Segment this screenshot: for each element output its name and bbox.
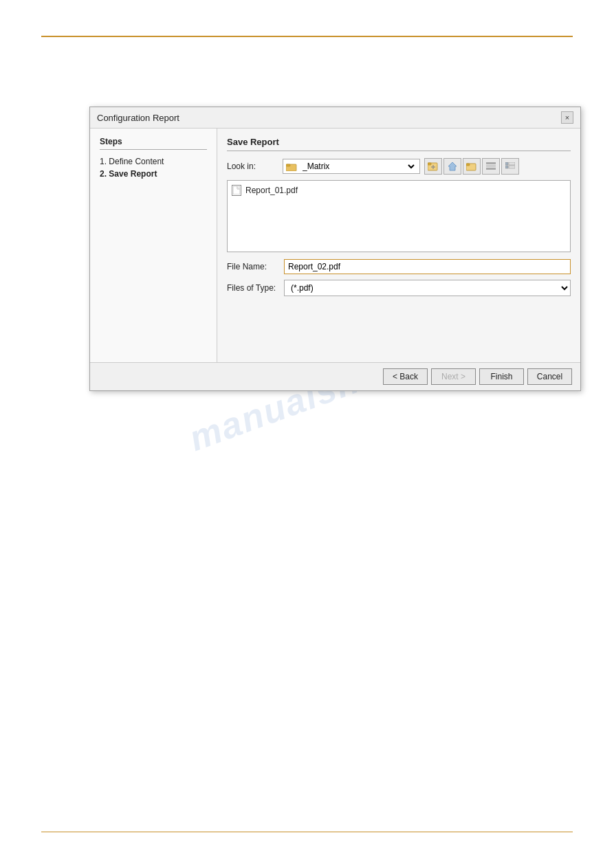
filename-row: File Name:: [227, 259, 571, 274]
next-button[interactable]: Next >: [431, 368, 476, 385]
lookin-selector[interactable]: _Matrix: [283, 159, 420, 174]
new-folder-button[interactable]: [424, 158, 442, 175]
step-2-number: 2.: [100, 169, 107, 179]
details-view-button[interactable]: [501, 158, 519, 175]
home-icon: [448, 162, 457, 171]
filename-input[interactable]: [284, 259, 571, 274]
svg-rect-11: [486, 168, 496, 170]
file-item[interactable]: Report_01.pdf: [232, 185, 566, 196]
dialog-body: Steps 1. Define Content 2. Save Report S…: [90, 129, 580, 362]
step-2: 2. Save Report: [100, 168, 207, 180]
step-1: 1. Define Content: [100, 155, 207, 168]
dialog-title: Configuration Report: [97, 113, 179, 123]
configuration-report-dialog: Configuration Report × Steps 1. Define C…: [89, 107, 581, 391]
steps-panel: Steps 1. Define Content 2. Save Report: [90, 129, 217, 362]
back-button[interactable]: < Back: [383, 368, 428, 385]
svg-rect-13: [509, 162, 515, 165]
cancel-button[interactable]: Cancel: [527, 368, 572, 385]
svg-rect-10: [486, 165, 496, 167]
dialog-footer: < Back Next > Finish Cancel: [90, 362, 580, 390]
step-2-label: Save Report: [109, 169, 157, 179]
list-view-button[interactable]: [482, 158, 500, 175]
lookin-row: Look in: _Matrix: [227, 158, 571, 175]
filetype-select[interactable]: (*.pdf): [284, 280, 571, 296]
svg-rect-1: [286, 164, 290, 166]
svg-rect-3: [428, 163, 431, 165]
pdf-icon: [233, 186, 240, 194]
close-button[interactable]: ×: [561, 111, 573, 124]
lookin-label: Look in:: [227, 162, 278, 171]
file-list: Report_01.pdf: [227, 180, 571, 252]
steps-heading: Steps: [100, 137, 207, 150]
new-folder-icon: [428, 162, 439, 171]
bottom-border: [41, 832, 573, 832]
filetype-label: Files of Type:: [227, 283, 278, 293]
svg-rect-14: [505, 166, 508, 168]
filetype-row: Files of Type: (*.pdf): [227, 280, 571, 296]
details-view-icon: [505, 162, 515, 170]
step-1-number: 1.: [100, 157, 107, 166]
svg-marker-6: [448, 162, 457, 170]
list-view-icon: [486, 162, 496, 170]
dialog-titlebar: Configuration Report ×: [90, 107, 580, 129]
svg-rect-16: [233, 186, 240, 194]
toolbar-icons: [424, 158, 519, 175]
create-folder-icon: [466, 162, 477, 171]
lookin-select-input[interactable]: _Matrix: [300, 161, 417, 172]
folder-icon: [286, 162, 297, 171]
home-button[interactable]: [443, 158, 461, 175]
create-folder-button[interactable]: [463, 158, 481, 175]
file-icon: [232, 185, 241, 196]
top-border: [41, 36, 573, 37]
finish-button[interactable]: Finish: [479, 368, 524, 385]
svg-rect-15: [509, 166, 515, 168]
filename-label: File Name:: [227, 262, 278, 271]
file-name: Report_01.pdf: [245, 186, 298, 195]
svg-rect-8: [466, 164, 470, 166]
save-report-heading: Save Report: [227, 137, 571, 151]
save-report-panel: Save Report Look in: _Matrix: [217, 129, 580, 362]
svg-rect-9: [486, 162, 496, 164]
step-1-label: Define Content: [109, 157, 164, 166]
svg-rect-12: [505, 162, 508, 165]
